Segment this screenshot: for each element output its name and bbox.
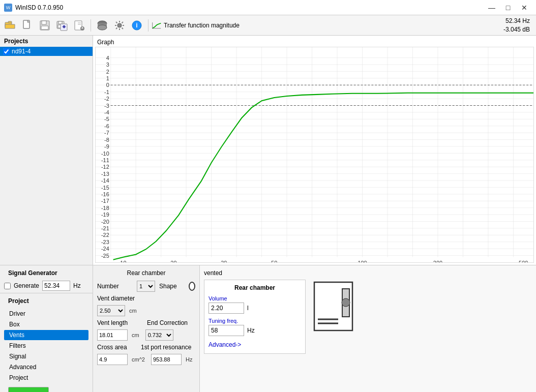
freq-unit: Hz xyxy=(73,282,81,289)
volume-input[interactable]: 2.20 xyxy=(209,303,244,314)
volume-label: Volume xyxy=(209,295,301,301)
color-button[interactable]: Color xyxy=(8,387,49,392)
maximize-button[interactable]: □ xyxy=(500,0,516,15)
svg-rect-7 xyxy=(41,26,48,29)
bottom-section: Signal Generator Generate 52.34 Hz Proje… xyxy=(0,265,536,392)
nav-buttons: Driver Box Vents Filters Signal Advanced… xyxy=(0,309,93,383)
svg-text:3: 3 xyxy=(106,62,109,68)
svg-text:-17: -17 xyxy=(101,198,109,204)
svg-text:-21: -21 xyxy=(101,225,109,231)
svg-text:4: 4 xyxy=(106,55,109,61)
new-button[interactable] xyxy=(19,17,36,34)
svg-point-20 xyxy=(117,23,122,27)
left-panel: Projects nd91-4 xyxy=(0,36,93,265)
svg-rect-33 xyxy=(96,47,533,262)
nav-signal[interactable]: Signal xyxy=(4,351,88,361)
freq-display: 52.34 Hz -3.045 dB xyxy=(503,17,530,34)
db-button[interactable] xyxy=(94,17,110,34)
svg-text:-11: -11 xyxy=(101,157,109,163)
number-label: Number xyxy=(97,283,133,290)
app-icon: W xyxy=(4,4,12,12)
svg-text:-6: -6 xyxy=(104,123,109,129)
chamber-title: Rear chamber xyxy=(209,284,301,291)
svg-text:-8: -8 xyxy=(104,137,109,143)
generate-checkbox[interactable] xyxy=(4,283,11,289)
svg-point-122 xyxy=(342,298,350,307)
svg-text:-10: -10 xyxy=(101,150,109,156)
svg-text:-19: -19 xyxy=(101,212,109,218)
svg-text:-15: -15 xyxy=(101,184,109,190)
vent-length-input[interactable]: 18.01 xyxy=(97,329,128,341)
vent-length-unit: cm xyxy=(132,332,139,338)
number-select[interactable]: 1 2 3 xyxy=(137,281,155,292)
svg-text:-24: -24 xyxy=(101,246,109,252)
minimize-button[interactable]: — xyxy=(484,0,499,15)
graph-icon xyxy=(152,21,162,29)
tuning-freq-label: Tuning freq. xyxy=(209,318,301,324)
nav-advanced[interactable]: Advanced xyxy=(4,362,88,372)
open-button[interactable] xyxy=(2,17,18,34)
vents-panel: Rear chamber Number 1 2 3 Shape Vent dia… xyxy=(93,265,200,392)
graph-area: Graph xyxy=(93,36,536,265)
advanced-link[interactable]: Advanced-> xyxy=(209,340,301,349)
svg-text:30: 30 xyxy=(221,260,227,262)
vents-title: Rear chamber xyxy=(97,269,195,277)
saveas-button[interactable] xyxy=(54,17,70,34)
toolbar-right: 52.34 Hz -3.045 dB xyxy=(503,17,534,34)
port-resonance-unit: Hz xyxy=(186,356,192,363)
generate-label: Generate xyxy=(14,282,39,289)
svg-text:i: i xyxy=(136,22,137,29)
save-button[interactable] xyxy=(37,17,53,34)
graph-svg: 4 3 2 1 0 -1 -2 -3 -4 -5 -6 -7 -8 -9 xyxy=(96,47,533,262)
project-checkbox[interactable] xyxy=(3,48,10,55)
vent-diameter-input-row: 2.50 cm xyxy=(97,305,195,316)
svg-text:50: 50 xyxy=(271,260,277,262)
chamber-inner: Rear chamber Volume 2.20 l Tuning freq. xyxy=(204,280,306,354)
title-bar-controls: — □ ✕ xyxy=(484,0,532,15)
svg-text:2: 2 xyxy=(106,68,109,74)
frequency-input[interactable]: 52.34 xyxy=(42,281,70,291)
export-button[interactable] xyxy=(71,17,87,34)
svg-text:-22: -22 xyxy=(101,232,109,238)
svg-text:-18: -18 xyxy=(101,205,109,211)
tuning-freq-group: Tuning freq. 58 Hz xyxy=(209,318,301,336)
volume-unit: l xyxy=(247,305,249,312)
tuning-freq-unit: Hz xyxy=(247,327,255,334)
nav-filters[interactable]: Filters xyxy=(4,341,88,351)
separator-1 xyxy=(91,19,91,32)
svg-marker-2 xyxy=(5,24,15,28)
speaker-diagram xyxy=(312,280,358,336)
nav-vents[interactable]: Vents xyxy=(4,330,88,340)
tuning-freq-input[interactable]: 58 xyxy=(209,325,244,336)
nav-box[interactable]: Box xyxy=(4,319,88,329)
svg-text:-2: -2 xyxy=(104,96,109,102)
graph-function-label: Transfer function magnitude xyxy=(164,22,240,29)
svg-text:0: 0 xyxy=(106,82,109,88)
vent-length-input-row: 18.01 cm 0.732 xyxy=(97,329,195,341)
settings-button[interactable] xyxy=(111,17,128,34)
vent-diameter-row: Vent diameter xyxy=(97,295,195,302)
speaker-diagram-container xyxy=(312,280,358,337)
app-title: WinISD 0.7.0.950 xyxy=(15,4,63,11)
port-resonance-input[interactable]: 953.88 xyxy=(151,354,182,365)
vent-diameter-select[interactable]: 2.50 xyxy=(97,305,125,316)
cross-area-row: Cross area 1st port resonance xyxy=(97,344,195,351)
svg-line-25 xyxy=(116,22,117,23)
svg-line-28 xyxy=(116,27,117,29)
nav-driver[interactable]: Driver xyxy=(4,309,88,319)
svg-text:-13: -13 xyxy=(101,171,109,177)
box-type-label: vented xyxy=(204,269,306,277)
cross-area-input[interactable]: 4.9 xyxy=(97,354,128,365)
close-button[interactable]: ✕ xyxy=(517,0,532,15)
end-correction-select[interactable]: 0.732 xyxy=(145,329,173,341)
cross-area-unit: cm^2 xyxy=(132,356,145,363)
signal-gen-row: Generate 52.34 Hz xyxy=(4,281,88,291)
info-button[interactable]: i xyxy=(129,17,145,34)
graph-container[interactable]: 4 3 2 1 0 -1 -2 -3 -4 -5 -6 -7 -8 -9 xyxy=(95,47,534,263)
shape-circle xyxy=(189,282,195,291)
nav-project[interactable]: Project xyxy=(4,373,88,383)
svg-text:-20: -20 xyxy=(101,218,109,224)
svg-text:-5: -5 xyxy=(104,116,109,122)
project-item[interactable]: nd91-4 xyxy=(0,47,93,56)
signal-gen-header: Signal Generator xyxy=(4,267,88,279)
